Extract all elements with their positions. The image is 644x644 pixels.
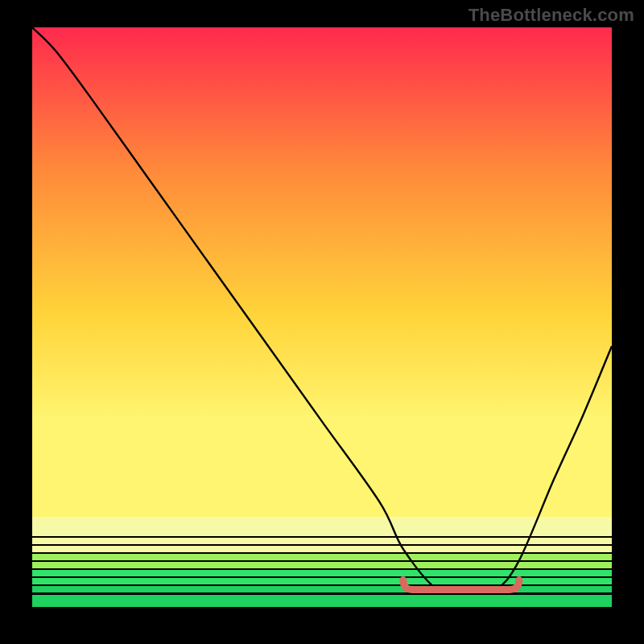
watermark-text: TheBottleneck.com	[469, 5, 634, 26]
chart-container: TheBottleneck.com	[0, 0, 644, 644]
minimum-marker	[32, 27, 612, 607]
plot-area	[32, 27, 612, 607]
